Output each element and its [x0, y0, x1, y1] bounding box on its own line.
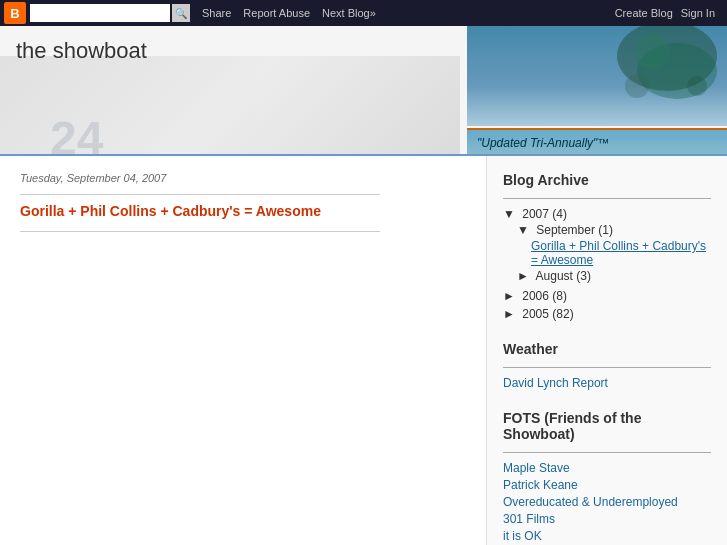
blogger-logo: B: [4, 2, 26, 24]
fots-it-is-ok[interactable]: it is OK: [503, 529, 711, 543]
navbar: B 🔍 Share Report Abuse Next Blog» Create…: [0, 0, 727, 26]
fots-overeducated[interactable]: Overeducated & Underemployed: [503, 495, 711, 509]
site-title: the showboat: [0, 26, 727, 76]
deco-number: 24: [50, 111, 103, 156]
archive-toggle-sep: ▼: [517, 223, 529, 237]
search-button[interactable]: 🔍: [172, 4, 190, 22]
archive-toggle-aug: ►: [517, 269, 529, 283]
archive-toggle-2006: ►: [503, 289, 515, 303]
fots-divider: [503, 452, 711, 453]
report-abuse-link[interactable]: Report Abuse: [237, 7, 316, 19]
archive-month-aug-count: (3): [576, 269, 591, 283]
sign-in-link[interactable]: Sign In: [681, 7, 715, 19]
blog-archive-title: Blog Archive: [503, 172, 711, 192]
share-link[interactable]: Share: [196, 7, 237, 19]
archive-year-2005-count: (82): [552, 307, 573, 321]
right-links: Create Blog Sign In: [615, 7, 723, 19]
search-input[interactable]: [30, 4, 170, 22]
archive-month-sep[interactable]: ▼ September (1): [517, 223, 711, 237]
header-subtitle: "Updated Tri-Annually"™: [467, 128, 727, 156]
main-container: Tuesday, September 04, 2007 Gorilla + Ph…: [0, 156, 727, 545]
sidebar: Blog Archive ▼ 2007 (4) ▼ September (1) …: [487, 156, 727, 545]
blog-archive-section: Blog Archive ▼ 2007 (4) ▼ September (1) …: [503, 172, 711, 321]
fots-301-films[interactable]: 301 Films: [503, 512, 711, 526]
fots-title: FOTS (Friends of the Showboat): [503, 410, 711, 446]
post-title-link[interactable]: Gorilla + Phil Collins + Cadbury's = Awe…: [20, 203, 321, 219]
site-header: 24 the showboat "Updated Tri-Annually"™: [0, 26, 727, 156]
fots-patrick-keane[interactable]: Patrick Keane: [503, 478, 711, 492]
archive-year-2007-count: (4): [552, 207, 567, 221]
david-lynch-report-link[interactable]: David Lynch Report: [503, 376, 711, 390]
archive-year-2006[interactable]: ► 2006 (8): [503, 289, 711, 303]
weather-divider: [503, 367, 711, 368]
archive-toggle-2007: ▼: [503, 207, 515, 221]
archive-year-2007-link[interactable]: 2007: [522, 207, 549, 221]
nav-links: Share Report Abuse Next Blog»: [196, 7, 382, 19]
archive-year-2006-count: (8): [552, 289, 567, 303]
archive-toggle-2005: ►: [503, 307, 515, 321]
weather-title: Weather: [503, 341, 711, 361]
weather-section: Weather David Lynch Report: [503, 341, 711, 390]
archive-divider: [503, 198, 711, 199]
next-blog-link[interactable]: Next Blog»: [316, 7, 382, 19]
posts-area: Tuesday, September 04, 2007 Gorilla + Ph…: [0, 156, 487, 545]
svg-point-3: [625, 74, 649, 98]
svg-point-4: [687, 76, 707, 96]
archive-year-2006-link[interactable]: 2006: [522, 289, 549, 303]
archive-year-2005-link[interactable]: 2005: [522, 307, 549, 321]
archive-year-2007[interactable]: ▼ 2007 (4): [503, 207, 711, 221]
archive-month-aug-link[interactable]: August: [536, 269, 573, 283]
post-divider-top: [20, 194, 380, 195]
create-blog-link[interactable]: Create Blog: [615, 7, 673, 19]
archive-post-gorilla[interactable]: Gorilla + Phil Collins + Cadbury's = Awe…: [531, 239, 711, 267]
fots-maple-stave[interactable]: Maple Stave: [503, 461, 711, 475]
post-date: Tuesday, September 04, 2007: [20, 172, 466, 184]
archive-month-sep-count: (1): [598, 223, 613, 237]
archive-month-aug[interactable]: ► August (3): [517, 269, 711, 283]
archive-month-sep-link[interactable]: September: [536, 223, 595, 237]
post-title: Gorilla + Phil Collins + Cadbury's = Awe…: [20, 203, 466, 219]
fots-section: FOTS (Friends of the Showboat) Maple Sta…: [503, 410, 711, 545]
archive-year-2005[interactable]: ► 2005 (82): [503, 307, 711, 321]
post-divider-bottom: [20, 231, 380, 232]
